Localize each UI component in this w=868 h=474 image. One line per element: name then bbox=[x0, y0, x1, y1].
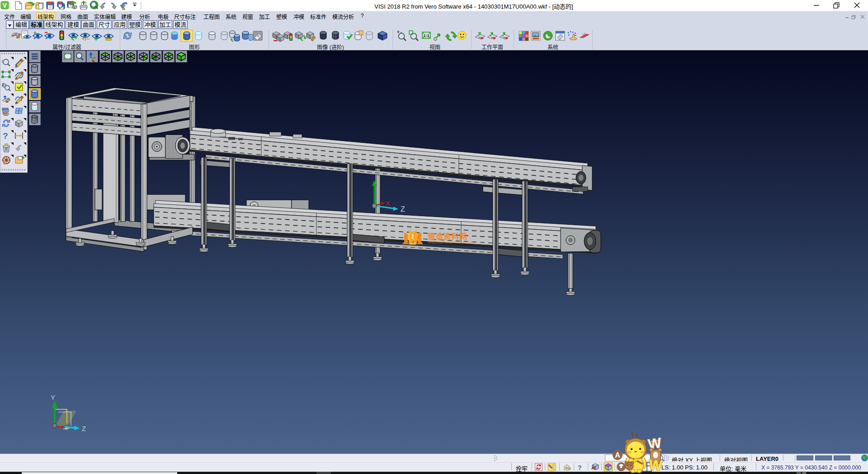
svg-text:+: + bbox=[94, 35, 98, 43]
svg-text:+/−: +/− bbox=[82, 36, 90, 42]
svg-text:+: + bbox=[397, 29, 400, 34]
svg-text:V: V bbox=[3, 2, 7, 9]
svg-text:1:1: 1:1 bbox=[423, 33, 429, 38]
svg-text:W: W bbox=[648, 457, 663, 474]
svg-text:±: ± bbox=[2, 82, 4, 87]
svg-text:A: A bbox=[615, 451, 620, 459]
svg-text:?: ? bbox=[3, 131, 8, 141]
svg-text:+: + bbox=[33, 30, 36, 35]
svg-text:-: - bbox=[401, 29, 402, 34]
